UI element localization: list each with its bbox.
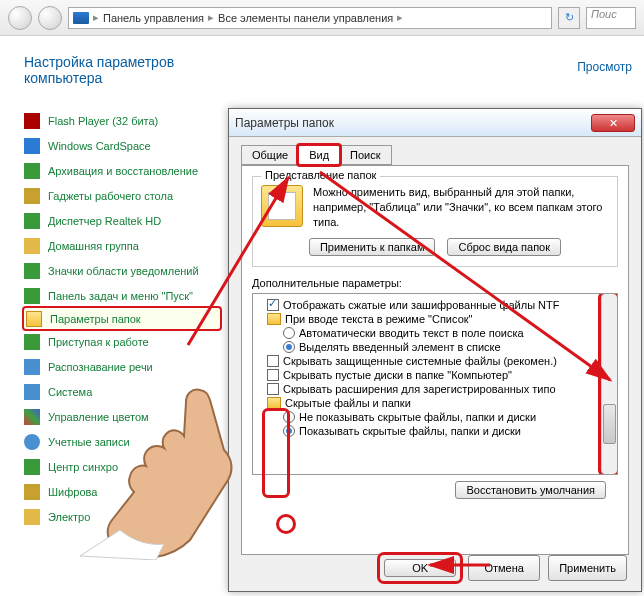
refresh-button[interactable]: ↻ [558,7,580,29]
folder-icon [267,313,281,325]
tab-search[interactable]: Поиск [339,145,391,165]
flash-icon [24,113,40,129]
restore-defaults-button[interactable]: Восстановить умолчания [455,481,606,499]
power-icon [24,509,40,525]
cp-item-label: Приступая к работе [48,336,149,348]
chevron-right-icon: ▸ [93,11,99,24]
folder-icon [267,397,281,409]
tree-label: Не показывать скрытые файлы, папки и дис… [299,411,536,423]
tree-label: При вводе текста в режиме "Список" [285,313,472,325]
cp-item-color[interactable]: Управление цветом [24,404,220,429]
view-mode-label: Просмотр [577,60,632,74]
nav-forward-button[interactable] [38,6,62,30]
backup-icon [24,163,40,179]
tree-label: Выделять введенный элемент в списке [299,341,501,353]
taskbar-icon [24,288,40,304]
dialog-title: Параметры папок [235,116,591,130]
cp-item-label: Гаджеты рабочего стола [48,190,173,202]
tree-scrollbar[interactable] [601,294,617,474]
cp-item-label: Значки области уведомлений [48,265,199,277]
group-title: Представление папок [261,169,380,181]
cp-item-label: Система [48,386,92,398]
control-panel-icon [73,12,89,24]
ok-button[interactable]: OK [384,559,456,577]
checkbox[interactable] [267,369,279,381]
tree-label: Скрывать расширения для зарегистрированн… [283,383,556,395]
scrollbar-thumb[interactable] [603,404,616,444]
cp-item-bitlocker[interactable]: Шифрова [24,479,220,504]
radio[interactable] [283,425,295,437]
tree-row: Показывать скрытые файлы, папки и диски [255,424,615,438]
cp-item-backup[interactable]: Архивация и восстановление [24,158,220,183]
cp-item-realtek[interactable]: Диспетчер Realtek HD [24,208,220,233]
checkbox[interactable] [267,383,279,395]
tree-row: Не показывать скрытые файлы, папки и дис… [255,410,615,424]
tab-view[interactable]: Вид [298,145,340,165]
nav-back-button[interactable] [8,6,32,30]
tree-row: Выделять введенный элемент в списке [255,340,615,354]
cp-item-homegroup[interactable]: Домашняя группа [24,233,220,258]
tab-general[interactable]: Общие [241,145,299,165]
radio[interactable] [283,341,295,353]
address-bar[interactable]: ▸ Панель управления ▸ Все элементы панел… [68,7,552,29]
control-panel-list: Настройка параметров компьютера Flash Pl… [0,36,228,596]
color-icon [24,409,40,425]
tree-label: Скрытые файлы и папки [285,397,411,409]
cp-item-taskbar[interactable]: Панель задач и меню "Пуск" [24,283,220,308]
cp-item-label: Параметры папок [50,313,141,325]
start-icon [24,334,40,350]
cp-item-label: Управление цветом [48,411,149,423]
cp-item-sync[interactable]: Центр синхро [24,454,220,479]
dialog-tabs: Общие Вид Поиск [241,145,641,165]
cp-item-cardspace[interactable]: Windows CardSpace [24,133,220,158]
radio[interactable] [283,327,295,339]
tree-label: Автоматически вводить текст в поле поиск… [299,327,524,339]
cancel-button[interactable]: Отмена [468,555,540,581]
reset-folders-button[interactable]: Сброс вида папок [447,238,561,256]
sync-icon [24,459,40,475]
dialog-titlebar[interactable]: Параметры папок ✕ [229,109,641,137]
cp-item-label: Архивация и восстановление [48,165,198,177]
cp-item-users[interactable]: Учетные записи [24,429,220,454]
folder-options-dialog: Параметры папок ✕ Общие Вид Поиск Предст… [228,108,642,592]
cp-item-label: Панель задач и меню "Пуск" [48,290,193,302]
advanced-settings-tree[interactable]: Отображать сжатые или зашифрованные файл… [252,293,618,475]
page-title: Настройка параметров компьютера [24,54,220,86]
cp-item-gadgets[interactable]: Гаджеты рабочего стола [24,183,220,208]
cp-item-getting-started[interactable]: Приступая к работе [24,329,220,354]
apply-button[interactable]: Применить [548,555,627,581]
search-input[interactable]: Поис [586,7,636,29]
chevron-right-icon: ▸ [208,11,214,24]
gadget-icon [24,188,40,204]
radio[interactable] [283,411,295,423]
system-icon [24,384,40,400]
cp-item-label: Учетные записи [48,436,130,448]
checkbox[interactable] [267,299,279,311]
cp-item-folder-options[interactable]: Параметры папок [22,306,222,331]
tray-icon [24,263,40,279]
breadcrumb-item[interactable]: Панель управления [103,12,204,24]
tree-row: Скрытые файлы и папки [255,396,615,410]
checkbox[interactable] [267,355,279,367]
user-icon [24,434,40,450]
cp-item-system[interactable]: Система [24,379,220,404]
tree-row: Скрывать расширения для зарегистрированн… [255,382,615,396]
cp-item-flash[interactable]: Flash Player (32 бита) [24,108,220,133]
explorer-toolbar: ▸ Панель управления ▸ Все элементы панел… [0,0,644,36]
breadcrumb-item[interactable]: Все элементы панели управления [218,12,393,24]
close-button[interactable]: ✕ [591,114,635,132]
folder-view-group: Представление папок Можно применить вид,… [252,176,618,267]
cp-item-label: Центр синхро [48,461,118,473]
cp-item-tray[interactable]: Значки области уведомлений [24,258,220,283]
cp-item-speech[interactable]: Распознавание речи [24,354,220,379]
cp-item-label: Распознавание речи [48,361,153,373]
cardspace-icon [24,138,40,154]
folder-icon [26,311,42,327]
cp-item-power[interactable]: Электро [24,504,220,529]
tree-row: Скрывать пустые диски в папке "Компьютер… [255,368,615,382]
tab-panel-view: Представление папок Можно применить вид,… [241,165,629,555]
cp-item-label: Электро [48,511,90,523]
apply-to-folders-button[interactable]: Применить к папкам [309,238,436,256]
tree-label: Скрывать защищенные системные файлы (рек… [283,355,557,367]
cp-item-label: Домашняя группа [48,240,139,252]
